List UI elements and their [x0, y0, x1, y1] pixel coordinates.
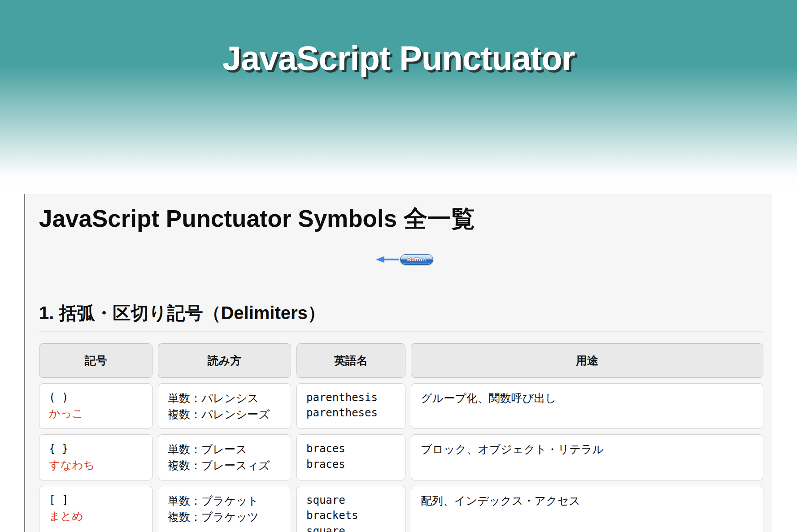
english-singular: square brackets: [306, 493, 396, 524]
symbol-cell: [ ] まとめ: [39, 486, 152, 532]
arrow-left-icon: [376, 255, 399, 264]
english-plural: square brackets: [306, 523, 396, 532]
usage-text: グループ化、関数呼び出し: [421, 390, 753, 406]
content-panel: JavaScript Punctuator Symbols 全一覧 Button…: [24, 194, 772, 532]
delimiters-table: 記号 読み方 英語名 用途 ( ) かっこ 単数：パレンシス 複数：パレンシーズ…: [39, 343, 763, 532]
english-cell: braces braces: [296, 434, 405, 480]
banner: JavaScript Punctuator: [0, 0, 797, 194]
reading-cell: 単数：ブラケット 複数：ブラケッツ: [158, 486, 291, 532]
symbol-kana: かっこ: [49, 405, 143, 421]
col-header-reading: 読み方: [158, 343, 291, 378]
symbol-text: { }: [49, 441, 143, 457]
reading-plural: 複数：ブラケッツ: [168, 509, 281, 525]
reading-singular: 単数：ブレース: [168, 441, 281, 457]
banner-title: JavaScript Punctuator: [0, 0, 797, 78]
reading-singular: 単数：パレンシス: [168, 390, 281, 406]
usage-cell: グループ化、関数呼び出し: [411, 383, 763, 429]
symbol-text: [ ]: [49, 493, 143, 508]
section-heading: 1. 括弧・区切り記号（Delimiters）: [39, 302, 763, 332]
english-plural: parentheses: [306, 405, 396, 421]
symbol-cell: ( ) かっこ: [39, 383, 152, 429]
reading-plural: 複数：ブレースィズ: [168, 457, 281, 473]
symbol-kana: まとめ: [49, 508, 143, 524]
reading-cell: 単数：パレンシス 複数：パレンシーズ: [158, 383, 291, 429]
usage-cell: 配列、インデックス・アクセス: [411, 486, 763, 532]
english-plural: braces: [306, 457, 396, 472]
col-header-symbol: 記号: [39, 343, 152, 378]
english-cell: square brackets square brackets: [296, 486, 405, 532]
english-cell: parenthesis parentheses: [296, 383, 405, 429]
symbol-cell: { } すなわち: [39, 434, 152, 480]
usage-text: ブロック、オブジェクト・リテラル: [421, 441, 753, 457]
aqua-button[interactable]: Button: [400, 254, 433, 265]
symbol-text: ( ): [49, 390, 143, 406]
english-singular: parenthesis: [306, 390, 396, 406]
button-row: Button: [39, 254, 763, 265]
col-header-usage: 用途: [411, 343, 763, 378]
english-singular: braces: [306, 441, 396, 457]
usage-cell: ブロック、オブジェクト・リテラル: [411, 434, 763, 480]
col-header-english: 英語名: [296, 343, 405, 378]
reading-plural: 複数：パレンシーズ: [168, 406, 281, 422]
reading-singular: 単数：ブラケット: [168, 493, 281, 509]
reading-cell: 単数：ブレース 複数：ブレースィズ: [158, 434, 291, 480]
usage-text: 配列、インデックス・アクセス: [421, 493, 753, 509]
symbol-kana: すなわち: [49, 457, 143, 473]
page-title: JavaScript Punctuator Symbols 全一覧: [39, 204, 763, 233]
